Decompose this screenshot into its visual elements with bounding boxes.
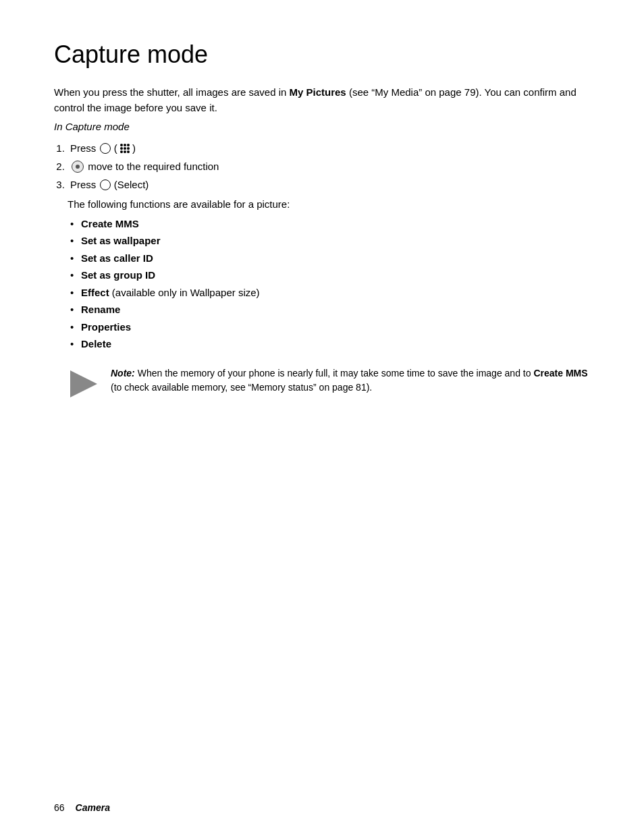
section-label: Camera <box>76 802 110 813</box>
list-item: Properties <box>81 318 590 336</box>
list-item: Set as wallpaper <box>81 232 590 250</box>
item-bold: Set as wallpaper <box>81 235 161 246</box>
nav-icon <box>72 161 84 173</box>
steps-list: Press ( ) move to the required function … <box>68 139 590 194</box>
step-2-text: move to the required function <box>88 161 219 172</box>
step-1: Press ( ) <box>68 139 590 157</box>
list-item: Effect (available only in Wallpaper size… <box>81 284 590 302</box>
menu-icon <box>120 144 130 153</box>
list-item: Rename <box>81 301 590 318</box>
item-bold: Effect <box>81 287 109 298</box>
press-button-icon-1 <box>100 143 111 154</box>
intro-bold1: My Pictures <box>290 86 346 98</box>
in-capture-mode-label: In Capture mode <box>54 119 590 135</box>
svg-marker-0 <box>70 370 97 397</box>
item-bold: Create MMS <box>81 218 139 229</box>
item-bold: Properties <box>81 321 131 333</box>
note-arrow-icon <box>68 368 100 400</box>
note-box: Note: When the memory of your phone is n… <box>68 366 590 400</box>
functions-list: Create MMS Set as wallpaper Set as calle… <box>81 215 590 353</box>
list-item: Delete <box>81 335 590 353</box>
item-bold: Delete <box>81 338 111 349</box>
list-item: Set as group ID <box>81 267 590 284</box>
list-item: Create MMS <box>81 215 590 233</box>
item-normal: (available only in Wallpaper size) <box>109 287 260 298</box>
note-label: Note: <box>111 368 135 379</box>
item-bold: Set as caller ID <box>81 252 153 264</box>
note-text: Note: When the memory of your phone is n… <box>111 366 590 395</box>
item-bold: Rename <box>81 304 120 315</box>
page-number: 66 <box>54 802 65 813</box>
functions-intro: The following functions are available fo… <box>68 196 590 213</box>
note-text2: (to check available memory, see “Memory … <box>111 382 372 393</box>
press-button-icon-3 <box>100 179 111 190</box>
step-3-select: (Select) <box>114 179 149 190</box>
item-bold: Set as group ID <box>81 269 155 281</box>
step-3: Press (Select) <box>68 175 590 194</box>
note-bold1: Create MMS <box>533 368 587 379</box>
page-container: Capture mode When you press the shutter,… <box>0 0 644 454</box>
note-text1: When the memory of your phone is nearly … <box>135 368 534 379</box>
list-item: Set as caller ID <box>81 250 590 267</box>
intro-paragraph: When you press the shutter, all images a… <box>54 85 590 115</box>
page-title: Capture mode <box>54 40 590 69</box>
intro-text1: When you press the shutter, all images a… <box>54 86 290 98</box>
step-2: move to the required function <box>68 157 590 175</box>
page-footer: 66 Camera <box>54 802 590 813</box>
